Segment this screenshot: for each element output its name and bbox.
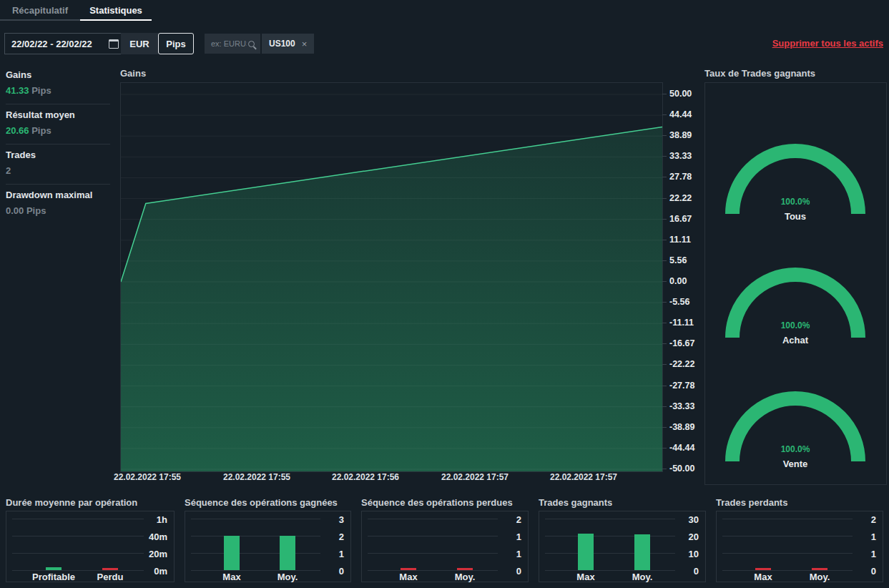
y-axis-label: -27.78 — [669, 381, 694, 391]
mini-chart-title-losing-trades: Trades perdants — [716, 497, 787, 508]
y-axis-label: 1 — [871, 531, 876, 542]
y-axis-label: -44.44 — [669, 443, 694, 453]
gauge-value: 100.0% — [725, 320, 865, 330]
stat-label: Trades — [6, 150, 110, 160]
y-axis-label: 0 — [871, 566, 876, 577]
y-axis-label: 2 — [339, 531, 344, 542]
y-axis-label: 0 — [694, 566, 699, 577]
x-axis-label: 22.02.2022 17:55 — [223, 472, 290, 482]
search-icon[interactable] — [248, 41, 255, 47]
y-axis-label: 10 — [689, 549, 699, 559]
win-rate-panel: 100.0%Tous100.0%Achat100.0%Vente — [704, 82, 887, 485]
asset-search — [205, 34, 260, 54]
y-axis-label: 1 — [516, 549, 521, 559]
stat-value: 20.66 Pips — [6, 125, 110, 136]
mini-chart-losing-trades: 2110MaxMoy. — [716, 511, 883, 582]
gridline — [12, 553, 144, 554]
y-axis-label: -33.33 — [669, 401, 694, 411]
y-axis-label: -11.11 — [669, 318, 694, 328]
currency-eur-button[interactable]: EUR — [121, 33, 158, 54]
y-axis-label: 27.78 — [669, 172, 692, 182]
y-axis-label: 22.22 — [669, 193, 692, 203]
y-tick-mark — [662, 198, 667, 199]
asset-tag-us100[interactable]: US100 × — [262, 34, 314, 54]
x-axis-label: 22.02.2022 17:57 — [441, 472, 509, 482]
stat-value: 2 — [6, 165, 110, 176]
gridline — [722, 553, 853, 554]
category-label: Moy. — [435, 572, 495, 582]
stat-unit: Pips — [29, 125, 51, 136]
y-axis-label: 2 — [516, 514, 521, 525]
y-axis-label: 5.56 — [669, 255, 687, 265]
bar-max — [755, 568, 771, 570]
stat-unit: Pips — [29, 85, 51, 96]
gridline — [12, 570, 144, 571]
y-tick-mark — [662, 281, 667, 282]
close-icon[interactable]: × — [302, 39, 308, 49]
category-label: Moy. — [612, 572, 672, 582]
y-tick-mark — [662, 302, 667, 303]
y-tick-mark — [662, 448, 667, 449]
category-label: Max — [733, 572, 793, 582]
mini-chart-loss-streak: 2110MaxMoy. — [361, 511, 529, 582]
gauge-label: Achat — [725, 335, 865, 346]
gridline — [722, 570, 853, 571]
gains-area-chart — [120, 82, 663, 472]
tab-statistiques[interactable]: Statistiques — [80, 0, 152, 21]
unit-pips-button[interactable]: Pips — [158, 33, 194, 54]
stat-item: Drawdown maximal0.00 Pips — [6, 185, 110, 224]
asset-search-input[interactable] — [210, 39, 248, 49]
stat-value: 41.33 Pips — [6, 85, 110, 96]
y-axis-label: 38.89 — [669, 130, 692, 140]
gains-area-fill — [121, 127, 662, 471]
y-axis-label: 1 — [339, 549, 344, 559]
y-axis-label: 11.11 — [669, 235, 691, 245]
bar-moy — [457, 568, 473, 570]
calendar-icon[interactable] — [109, 39, 119, 49]
date-range-value: 22/02/22 - 22/02/22 — [11, 39, 92, 49]
category-label: Max — [202, 572, 262, 582]
y-axis-label: 16.67 — [669, 214, 692, 224]
gridline — [545, 519, 675, 519]
stat-item: Trades2 — [6, 144, 110, 185]
stat-number: 20.66 — [6, 125, 29, 136]
stat-number: 0.00 — [6, 205, 24, 216]
stat-value: 0.00 Pips — [6, 205, 110, 216]
category-label: Moy. — [790, 572, 850, 582]
remove-all-assets-link[interactable]: Supprimer tous les actifs — [772, 38, 883, 49]
bar-moy — [634, 534, 650, 570]
y-axis-label: -22.22 — [669, 359, 694, 369]
y-axis-label: 0m — [154, 566, 167, 577]
y-tick-mark — [662, 135, 667, 136]
y-tick-mark — [662, 406, 667, 407]
category-label: Profitable — [24, 572, 84, 582]
y-axis-label: 44.44 — [669, 109, 692, 119]
tab-recapitulatif[interactable]: Récapitulatif — [0, 0, 80, 21]
x-axis-label: 22.02.2022 17:57 — [550, 472, 617, 482]
gridline — [545, 553, 675, 554]
stat-number: 2 — [6, 165, 11, 176]
y-axis-label: 33.33 — [669, 151, 692, 161]
y-tick-mark — [662, 156, 667, 157]
y-axis-label: 1 — [516, 531, 521, 542]
mini-chart-title-winning-trades: Trades gagnants — [539, 497, 612, 508]
bar-max — [224, 536, 240, 570]
gridline — [191, 570, 320, 571]
bar-max — [401, 568, 416, 570]
y-tick-mark — [662, 427, 667, 428]
mini-chart-win-streak: 3210MaxMoy. — [185, 511, 351, 582]
category-label: Max — [556, 572, 616, 582]
gauge-label: Tous — [725, 211, 865, 222]
gridline — [545, 570, 675, 571]
y-axis-label: 0 — [516, 566, 521, 577]
date-range-input[interactable]: 22/02/22 - 22/02/22 — [4, 33, 126, 54]
bar-max — [578, 534, 594, 570]
y-axis-label: -16.67 — [669, 338, 694, 348]
y-axis-label: 20 — [689, 531, 699, 542]
stat-number: 41.33 — [6, 85, 29, 96]
gridline — [12, 519, 144, 519]
y-axis-label: 40m — [149, 531, 167, 542]
stat-unit: Pips — [24, 205, 46, 216]
y-axis-label: 0 — [339, 566, 344, 577]
y-axis-label: -38.89 — [669, 422, 694, 432]
